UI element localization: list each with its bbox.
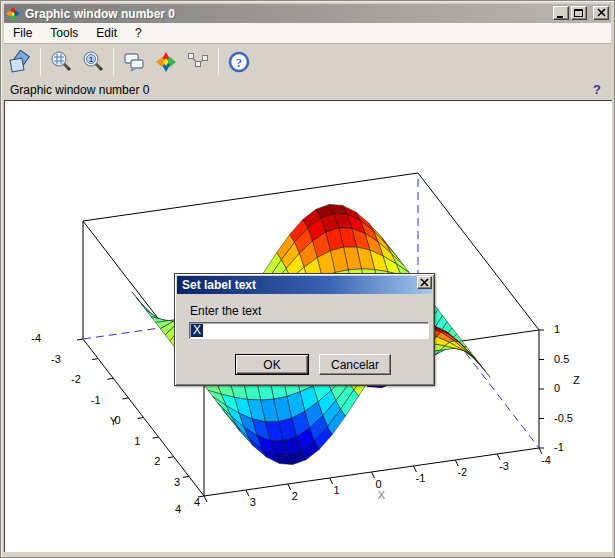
help-icon: ? <box>227 50 251 74</box>
menu-tools[interactable]: Tools <box>41 24 87 42</box>
ok-button-label: OK <box>263 358 280 372</box>
svg-text:-1: -1 <box>554 441 564 453</box>
close-icon <box>419 278 430 288</box>
selected-input-text: X <box>191 324 203 337</box>
svg-text:-3: -3 <box>499 460 509 472</box>
toolbar-separator <box>218 48 219 76</box>
info-help-icon[interactable]: ? <box>593 82 605 97</box>
minimize-icon <box>555 8 567 19</box>
graphic-window: Graphic window number 0 File Tools Edit … <box>0 0 615 558</box>
zoom-area-icon <box>49 50 73 74</box>
datatips-icon <box>186 50 210 74</box>
datatips-button[interactable] <box>183 47 213 77</box>
info-bar: Graphic window number 0 ? <box>4 79 611 100</box>
rotate-button[interactable] <box>5 47 35 77</box>
ged-dialogs-icon <box>122 50 146 74</box>
svg-text:-0.5: -0.5 <box>554 412 573 424</box>
dialog-title: Set label text <box>182 278 256 292</box>
svg-text:1: 1 <box>554 323 560 335</box>
scilab-color-icon <box>155 51 177 73</box>
svg-text:-3: -3 <box>51 353 61 365</box>
svg-text:-4: -4 <box>541 454 551 466</box>
svg-text:4: 4 <box>175 503 181 515</box>
dialog-prompt-label: Enter the text <box>190 304 261 318</box>
ok-button[interactable]: OK <box>235 354 309 375</box>
cancel-button[interactable]: Cancelar <box>319 354 391 375</box>
svg-text:X: X <box>378 489 386 501</box>
svg-text:-2: -2 <box>71 373 81 385</box>
svg-text:1: 1 <box>334 484 340 496</box>
svg-text:-1: -1 <box>416 472 426 484</box>
help-button[interactable]: ? <box>224 47 254 77</box>
svg-text:-4: -4 <box>31 332 41 344</box>
scilab-color-button[interactable] <box>151 47 181 77</box>
ged-dialogs-button[interactable] <box>119 47 149 77</box>
svg-text:3: 3 <box>174 476 180 488</box>
maximize-icon <box>573 8 585 19</box>
svg-text:1: 1 <box>89 55 94 64</box>
svg-text:Z: Z <box>573 374 580 386</box>
svg-text:Y: Y <box>110 415 118 427</box>
svg-text:0.5: 0.5 <box>554 353 569 365</box>
toolbar-separator <box>40 48 41 76</box>
scilab-graphics-icon <box>6 7 20 21</box>
info-text: Graphic window number 0 <box>10 83 149 97</box>
cancel-button-label: Cancelar <box>331 358 379 372</box>
svg-text:1: 1 <box>134 435 140 447</box>
dialog-close-button[interactable] <box>417 276 432 289</box>
maximize-button[interactable] <box>571 6 587 20</box>
title-bar[interactable]: Graphic window number 0 <box>4 4 611 23</box>
toolbar-separator <box>113 48 114 76</box>
svg-text:?: ? <box>236 56 242 70</box>
svg-text:2: 2 <box>154 455 160 467</box>
window-title: Graphic window number 0 <box>25 7 175 21</box>
svg-text:2: 2 <box>292 490 298 502</box>
toolbar: 1 <box>4 45 611 79</box>
minimize-button[interactable] <box>553 6 569 20</box>
rotate-icon <box>8 50 32 74</box>
close-button[interactable] <box>593 6 609 20</box>
svg-text:4: 4 <box>194 496 200 508</box>
zoom-reset-icon: 1 <box>81 50 105 74</box>
zoom-reset-button[interactable]: 1 <box>78 47 108 77</box>
svg-text:0: 0 <box>554 382 560 394</box>
menu-file[interactable]: File <box>4 24 41 42</box>
svg-text:-2: -2 <box>457 466 467 478</box>
zoom-area-button[interactable] <box>46 47 76 77</box>
dialog-title-bar[interactable]: Set label text <box>177 276 432 294</box>
menu-help[interactable]: ? <box>126 24 151 42</box>
svg-text:-1: -1 <box>91 394 101 406</box>
menu-bar: File Tools Edit ? <box>4 23 611 44</box>
label-text-input[interactable]: X <box>189 322 429 339</box>
close-icon <box>596 8 607 18</box>
set-label-dialog: Set label text Enter the text X OK Cance… <box>174 273 435 386</box>
svg-text:3: 3 <box>250 496 256 508</box>
menu-edit[interactable]: Edit <box>87 24 126 42</box>
